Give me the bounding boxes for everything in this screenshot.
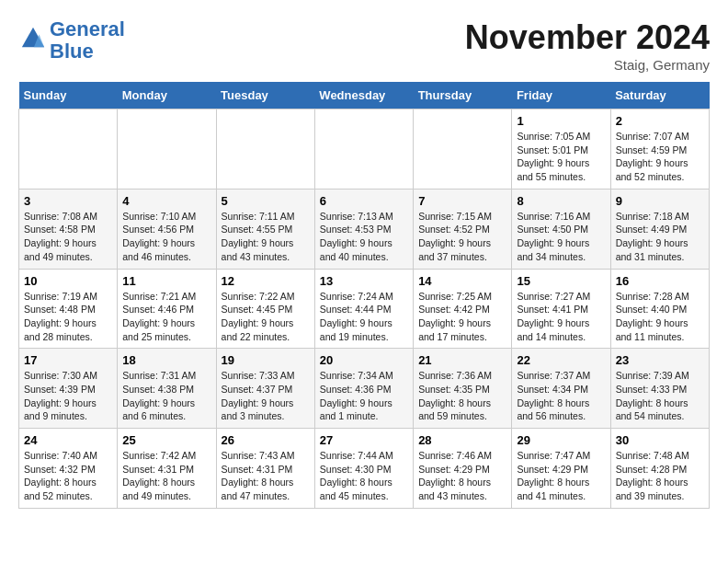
calendar-cell: 21Sunrise: 7:36 AM Sunset: 4:35 PM Dayli… — [414, 349, 512, 429]
day-number: 22 — [517, 353, 605, 367]
day-info: Sunrise: 7:39 AM Sunset: 4:33 PM Dayligh… — [616, 369, 704, 423]
calendar-cell: 18Sunrise: 7:31 AM Sunset: 4:38 PM Dayli… — [118, 349, 216, 429]
day-info: Sunrise: 7:21 AM Sunset: 4:46 PM Dayligh… — [122, 290, 210, 344]
day-info: Sunrise: 7:25 AM Sunset: 4:42 PM Dayligh… — [418, 290, 506, 344]
calendar-cell — [19, 109, 118, 190]
logo: General Blue — [18, 18, 125, 63]
calendar-cell: 16Sunrise: 7:28 AM Sunset: 4:40 PM Dayli… — [610, 269, 709, 349]
day-number: 19 — [222, 353, 310, 367]
day-number: 20 — [320, 353, 408, 367]
calendar-cell: 6Sunrise: 7:13 AM Sunset: 4:53 PM Daylig… — [314, 189, 413, 269]
day-info: Sunrise: 7:43 AM Sunset: 4:31 PM Dayligh… — [222, 449, 310, 503]
calendar-cell: 5Sunrise: 7:11 AM Sunset: 4:55 PM Daylig… — [216, 189, 314, 269]
day-info: Sunrise: 7:19 AM Sunset: 4:48 PM Dayligh… — [24, 290, 112, 344]
logo-line1: General — [50, 17, 125, 40]
day-info: Sunrise: 7:30 AM Sunset: 4:39 PM Dayligh… — [24, 369, 112, 423]
day-info: Sunrise: 7:46 AM Sunset: 4:29 PM Dayligh… — [418, 449, 506, 503]
header-day-wednesday: Wednesday — [314, 82, 413, 109]
day-info: Sunrise: 7:28 AM Sunset: 4:40 PM Dayligh… — [616, 290, 704, 344]
calendar-cell: 7Sunrise: 7:15 AM Sunset: 4:52 PM Daylig… — [414, 189, 512, 269]
day-number: 14 — [418, 274, 506, 288]
calendar-cell: 11Sunrise: 7:21 AM Sunset: 4:46 PM Dayli… — [118, 269, 216, 349]
day-number: 15 — [517, 274, 605, 288]
calendar-table: SundayMondayTuesdayWednesdayThursdayFrid… — [18, 82, 710, 509]
day-info: Sunrise: 7:18 AM Sunset: 4:49 PM Dayligh… — [616, 210, 704, 264]
calendar-week-row: 17Sunrise: 7:30 AM Sunset: 4:39 PM Dayli… — [19, 349, 710, 429]
calendar-cell — [118, 109, 216, 190]
day-number: 28 — [418, 433, 506, 447]
calendar-cell — [314, 109, 413, 190]
day-info: Sunrise: 7:34 AM Sunset: 4:36 PM Dayligh… — [320, 369, 408, 423]
day-info: Sunrise: 7:27 AM Sunset: 4:41 PM Dayligh… — [517, 290, 605, 344]
calendar-cell: 27Sunrise: 7:44 AM Sunset: 4:30 PM Dayli… — [314, 429, 413, 509]
day-number: 4 — [122, 194, 210, 208]
day-info: Sunrise: 7:15 AM Sunset: 4:52 PM Dayligh… — [418, 210, 506, 264]
logo-line2: Blue — [50, 40, 94, 63]
day-number: 11 — [122, 274, 210, 288]
day-number: 13 — [320, 274, 408, 288]
calendar-cell: 3Sunrise: 7:08 AM Sunset: 4:58 PM Daylig… — [19, 189, 118, 269]
day-number: 21 — [418, 353, 506, 367]
calendar-cell: 15Sunrise: 7:27 AM Sunset: 4:41 PM Dayli… — [512, 269, 610, 349]
day-number: 26 — [222, 433, 310, 447]
calendar-cell: 8Sunrise: 7:16 AM Sunset: 4:50 PM Daylig… — [512, 189, 610, 269]
day-info: Sunrise: 7:07 AM Sunset: 4:59 PM Dayligh… — [616, 130, 704, 184]
day-info: Sunrise: 7:36 AM Sunset: 4:35 PM Dayligh… — [418, 369, 506, 423]
day-number: 17 — [24, 353, 112, 367]
day-number: 7 — [418, 194, 506, 208]
day-info: Sunrise: 7:16 AM Sunset: 4:50 PM Dayligh… — [517, 210, 605, 264]
calendar-cell: 28Sunrise: 7:46 AM Sunset: 4:29 PM Dayli… — [414, 429, 512, 509]
day-info: Sunrise: 7:44 AM Sunset: 4:30 PM Dayligh… — [320, 449, 408, 503]
day-number: 12 — [222, 274, 310, 288]
calendar-cell: 9Sunrise: 7:18 AM Sunset: 4:49 PM Daylig… — [610, 189, 709, 269]
calendar-cell: 1Sunrise: 7:05 AM Sunset: 5:01 PM Daylig… — [512, 109, 610, 190]
day-info: Sunrise: 7:37 AM Sunset: 4:34 PM Dayligh… — [517, 369, 605, 423]
calendar-week-row: 24Sunrise: 7:40 AM Sunset: 4:32 PM Dayli… — [19, 429, 710, 509]
day-info: Sunrise: 7:11 AM Sunset: 4:55 PM Dayligh… — [222, 210, 310, 264]
calendar-cell: 13Sunrise: 7:24 AM Sunset: 4:44 PM Dayli… — [314, 269, 413, 349]
day-number: 16 — [616, 274, 704, 288]
logo-text: General Blue — [50, 18, 125, 63]
calendar-cell: 12Sunrise: 7:22 AM Sunset: 4:45 PM Dayli… — [216, 269, 314, 349]
day-info: Sunrise: 7:42 AM Sunset: 4:31 PM Dayligh… — [122, 449, 210, 503]
day-info: Sunrise: 7:08 AM Sunset: 4:58 PM Dayligh… — [24, 210, 112, 264]
day-number: 27 — [320, 433, 408, 447]
day-info: Sunrise: 7:24 AM Sunset: 4:44 PM Dayligh… — [320, 290, 408, 344]
day-info: Sunrise: 7:05 AM Sunset: 5:01 PM Dayligh… — [517, 130, 605, 184]
calendar-cell: 23Sunrise: 7:39 AM Sunset: 4:33 PM Dayli… — [610, 349, 709, 429]
day-number: 25 — [122, 433, 210, 447]
calendar-cell: 14Sunrise: 7:25 AM Sunset: 4:42 PM Dayli… — [414, 269, 512, 349]
day-info: Sunrise: 7:13 AM Sunset: 4:53 PM Dayligh… — [320, 210, 408, 264]
day-info: Sunrise: 7:10 AM Sunset: 4:56 PM Dayligh… — [122, 210, 210, 264]
calendar-cell: 4Sunrise: 7:10 AM Sunset: 4:56 PM Daylig… — [118, 189, 216, 269]
day-info: Sunrise: 7:47 AM Sunset: 4:29 PM Dayligh… — [517, 449, 605, 503]
calendar-week-row: 3Sunrise: 7:08 AM Sunset: 4:58 PM Daylig… — [19, 189, 710, 269]
calendar-header-row: SundayMondayTuesdayWednesdayThursdayFrid… — [19, 82, 710, 109]
calendar-cell: 29Sunrise: 7:47 AM Sunset: 4:29 PM Dayli… — [512, 429, 610, 509]
day-info: Sunrise: 7:40 AM Sunset: 4:32 PM Dayligh… — [24, 449, 112, 503]
calendar-cell: 30Sunrise: 7:48 AM Sunset: 4:28 PM Dayli… — [610, 429, 709, 509]
day-number: 5 — [222, 194, 310, 208]
day-number: 30 — [616, 433, 704, 447]
header-day-monday: Monday — [118, 82, 216, 109]
header-day-saturday: Saturday — [610, 82, 709, 109]
title-area: November 2024 Staig, Germany — [465, 18, 710, 73]
day-number: 6 — [320, 194, 408, 208]
calendar-cell: 2Sunrise: 7:07 AM Sunset: 4:59 PM Daylig… — [610, 109, 709, 190]
logo-icon — [20, 26, 46, 52]
day-number: 10 — [24, 274, 112, 288]
day-number: 9 — [616, 194, 704, 208]
calendar-cell: 10Sunrise: 7:19 AM Sunset: 4:48 PM Dayli… — [19, 269, 118, 349]
day-number: 23 — [616, 353, 704, 367]
calendar-cell: 19Sunrise: 7:33 AM Sunset: 4:37 PM Dayli… — [216, 349, 314, 429]
calendar-week-row: 1Sunrise: 7:05 AM Sunset: 5:01 PM Daylig… — [19, 109, 710, 190]
day-info: Sunrise: 7:33 AM Sunset: 4:37 PM Dayligh… — [222, 369, 310, 423]
calendar-cell: 20Sunrise: 7:34 AM Sunset: 4:36 PM Dayli… — [314, 349, 413, 429]
calendar-cell — [414, 109, 512, 190]
calendar-cell: 25Sunrise: 7:42 AM Sunset: 4:31 PM Dayli… — [118, 429, 216, 509]
calendar-cell: 24Sunrise: 7:40 AM Sunset: 4:32 PM Dayli… — [19, 429, 118, 509]
calendar-cell — [216, 109, 314, 190]
header-day-tuesday: Tuesday — [216, 82, 314, 109]
day-number: 24 — [24, 433, 112, 447]
header-day-friday: Friday — [512, 82, 610, 109]
